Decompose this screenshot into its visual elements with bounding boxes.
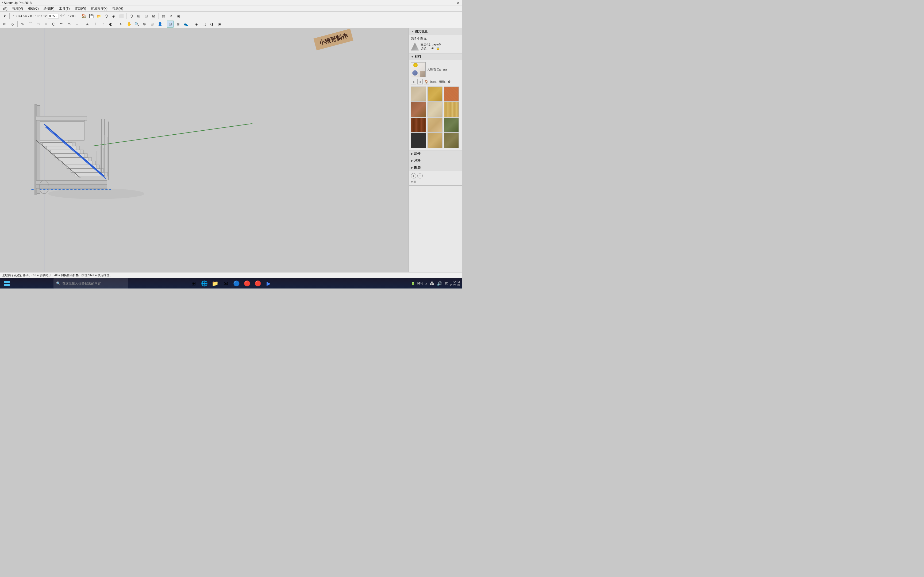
zoom-window[interactable]: ⊕ — [141, 21, 148, 27]
component-icon[interactable]: ⬡ — [103, 13, 110, 19]
zoom-ext[interactable]: ⊞ — [149, 21, 156, 27]
dropdown-btn[interactable]: ▾ — [1, 13, 8, 19]
menu-item-e[interactable]: (E) — [1, 6, 10, 11]
dimension-tool[interactable]: ↔ — [74, 21, 81, 27]
materials-header[interactable]: ▼ 材料 — [409, 53, 462, 60]
taskbar-chrome[interactable]: 🔵 — [231, 279, 241, 288]
save-icon[interactable]: 💾 — [88, 13, 95, 19]
layer-add-btn[interactable]: + — [411, 173, 416, 179]
taskbar-edge[interactable]: 🌐 — [199, 279, 209, 288]
svg-rect-18 — [76, 146, 79, 150]
open-icon[interactable]: 📂 — [95, 13, 102, 19]
iso-view[interactable]: ⬡ — [128, 13, 135, 19]
pencil-tool[interactable]: ✎ — [19, 21, 26, 27]
mat-forward-btn[interactable]: ▷ — [417, 79, 423, 84]
tray-sound[interactable]: 🔊 — [436, 280, 443, 287]
textured-mode[interactable]: ▣ — [216, 21, 223, 27]
close-button[interactable]: ✕ — [457, 1, 460, 5]
polygon-tool[interactable]: ⬡ — [50, 21, 57, 27]
text-tool[interactable]: A — [84, 21, 91, 27]
loop-icon[interactable]: ↺ — [168, 13, 174, 19]
taskbar-app2[interactable]: 🔴 — [253, 279, 263, 288]
components-section: ▶ 组件 — [409, 150, 462, 157]
search-input[interactable] — [62, 282, 116, 285]
material-tile-11[interactable] — [428, 133, 443, 148]
taskbar-clock[interactable]: 22:23 2021/3/ — [450, 280, 460, 287]
material-tile-7[interactable] — [411, 118, 426, 132]
mat-home-btn[interactable]: 🏠 — [424, 79, 429, 84]
front-view[interactable]: ⊡ — [143, 13, 150, 19]
styles-header[interactable]: ▶ 风格 — [409, 157, 462, 164]
taskbar-task-view[interactable]: ⊞ — [189, 279, 199, 288]
section-plane[interactable]: ⊡ — [167, 21, 174, 27]
material-tile-5[interactable] — [428, 102, 443, 117]
search-bar[interactable]: 🔍 — [53, 278, 128, 288]
menu-item-tools[interactable]: 工具(T) — [57, 6, 72, 11]
menu-item-window[interactable]: 窗口(W) — [73, 6, 88, 11]
taskbar-app1[interactable]: 🔴 — [242, 279, 252, 288]
zoom-tool[interactable]: 🔍 — [133, 21, 140, 27]
axis-tool[interactable]: ✛ — [92, 21, 99, 27]
canvas[interactable]: 小狼哥制作 — [0, 28, 409, 272]
layers-label: 图层 — [414, 165, 420, 170]
view-icon2[interactable]: ⬜ — [118, 13, 125, 19]
side-view[interactable]: ⊠ — [150, 13, 157, 19]
prev-view[interactable]: 👤 — [157, 21, 163, 27]
protractor-tool[interactable]: ◐ — [107, 21, 114, 27]
orbit-tool[interactable]: ↻ — [118, 21, 124, 27]
layers-header[interactable]: ▶ 图层 — [409, 164, 462, 171]
menu-item-ext[interactable]: 扩展程序(x) — [89, 6, 110, 11]
tray-lang[interactable]: 英 — [444, 281, 448, 286]
table-view[interactable]: ▦ — [160, 13, 167, 19]
taskbar-app3[interactable]: ▶ — [263, 279, 273, 288]
eraser-tool[interactable]: ✏ — [1, 21, 8, 27]
lock-icon[interactable]: 🔒 — [436, 47, 440, 50]
render-icon[interactable]: ◉ — [175, 13, 182, 19]
taskbar-right: 🔋 99% ∧ 🖧 🔊 英 22:23 2021/3/ — [411, 280, 460, 287]
start-button[interactable] — [2, 279, 12, 288]
tray-chevron[interactable]: ∧ — [425, 281, 428, 286]
circle-tool[interactable]: ○ — [42, 21, 50, 27]
material-tile-10[interactable] — [411, 133, 426, 148]
material-tile-4[interactable] — [411, 102, 426, 117]
material-tile-12[interactable] — [444, 133, 459, 148]
entity-layer-row: 图层(L): Layer0 切换： 👁 🔒 — [411, 42, 460, 50]
entity-info-header[interactable]: ▼ 图元信息 — [409, 28, 462, 35]
freehand-tool[interactable]: 〜 — [58, 21, 65, 27]
top-view[interactable]: ⊞ — [135, 13, 142, 19]
sep8 — [165, 21, 165, 27]
material-tile-1[interactable] — [411, 87, 426, 102]
walkthrough[interactable]: 👟 — [183, 21, 189, 27]
tray-network[interactable]: 🖧 — [430, 280, 435, 286]
mat-back-btn[interactable]: ◁ — [411, 79, 416, 84]
shaded-mode[interactable]: ◑ — [208, 21, 215, 27]
material-tile-3[interactable] — [444, 87, 459, 102]
time-input[interactable] — [48, 14, 59, 18]
paint-tool[interactable]: ◇ — [9, 21, 16, 27]
material-tile-6[interactable] — [444, 102, 459, 117]
section-cut[interactable]: ⊠ — [174, 21, 181, 27]
material-tile-2[interactable] — [428, 87, 443, 102]
offset-tool[interactable]: ⊃ — [66, 21, 73, 27]
hidden-line[interactable]: ⬚ — [200, 21, 207, 27]
eye-icon[interactable]: 👁 — [431, 47, 434, 50]
menu-item-camera[interactable]: 相机(C) — [26, 6, 41, 11]
material-tile-9[interactable] — [444, 118, 459, 132]
layer-remove-btn[interactable]: − — [417, 173, 423, 179]
material-preview-large — [411, 62, 426, 77]
svg-point-0 — [48, 188, 144, 199]
menu-item-view[interactable]: 视图(V) — [10, 6, 25, 11]
xray-mode[interactable]: ◈ — [193, 21, 200, 27]
rect-tool[interactable]: ▭ — [35, 21, 42, 27]
house-icon[interactable]: 🏠 — [81, 13, 87, 19]
menu-item-draw[interactable]: 绘图(R) — [42, 6, 57, 11]
view3d-icon[interactable]: ◈ — [110, 13, 117, 19]
tape-tool[interactable]: ⌇ — [99, 21, 107, 27]
menu-item-help[interactable]: 帮助(H) — [110, 6, 125, 11]
arc-tool[interactable]: ⌒ — [27, 21, 34, 27]
pan-tool[interactable]: ✋ — [125, 21, 132, 27]
taskbar-mail[interactable]: ✉ — [221, 279, 231, 288]
material-tile-8[interactable] — [428, 118, 443, 132]
taskbar-explorer[interactable]: 📁 — [210, 279, 220, 288]
components-header[interactable]: ▶ 组件 — [409, 150, 462, 157]
